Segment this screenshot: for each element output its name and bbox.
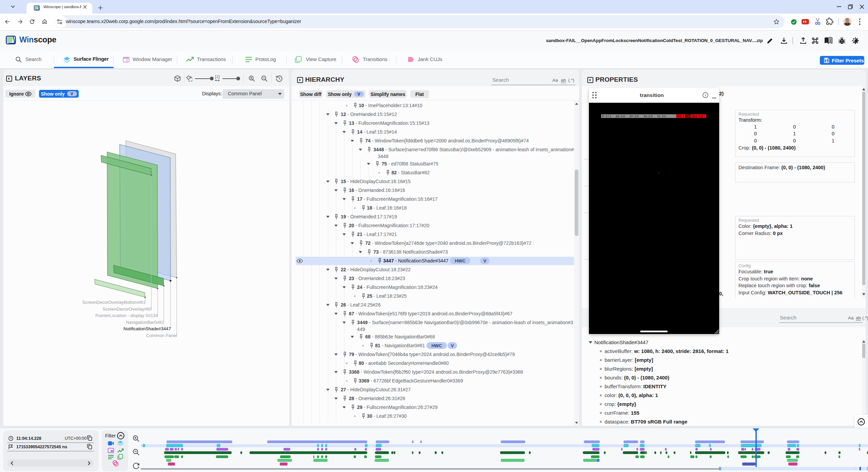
- svg-text:Common Panel: Common Panel: [146, 333, 177, 338]
- svg-text:NotificationShade#3447: NotificationShade#3447: [123, 326, 171, 331]
- svg-text:ScreenDecorOverlay#60: ScreenDecorOverlay#60: [103, 307, 152, 312]
- svg-text:NavigationBar0#81: NavigationBar0#81: [126, 320, 164, 325]
- svg-text:ScreenDecorOverlayBottom#61: ScreenDecorOverlayBottom#61: [82, 300, 145, 305]
- svg-text:PointerLocation - display 0#13: PointerLocation - display 0#134: [95, 313, 158, 318]
